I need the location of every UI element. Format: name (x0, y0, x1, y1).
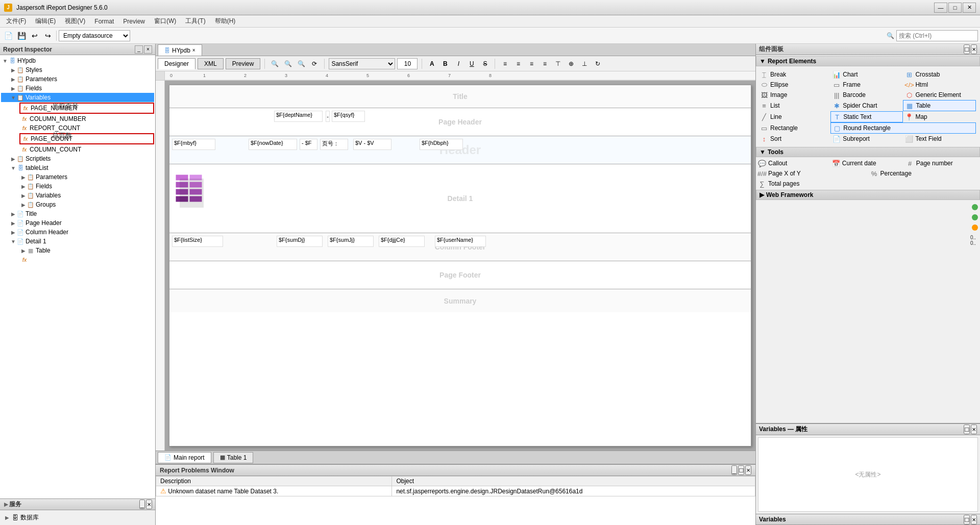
expand-column-header[interactable]: ▶ (10, 229, 16, 235)
tree-item-tl-vars[interactable]: ▶ 📋 Variables (19, 191, 154, 200)
tab-table1[interactable]: ▦ Table 1 (213, 452, 254, 463)
valign-bottom[interactable]: ⊥ (579, 58, 590, 69)
redo-button[interactable]: ↪ (42, 30, 54, 42)
element-text-field[interactable]: ⬜ Text Field (903, 134, 975, 144)
menu-tools[interactable]: 工具(T) (181, 16, 209, 27)
tool-page-xy[interactable]: #/# Page X of Y (756, 168, 868, 179)
expand-scriptlets[interactable]: ▶ (10, 156, 16, 162)
expand-params[interactable]: ▶ (10, 76, 16, 82)
doc-tab-close[interactable]: × (192, 47, 195, 53)
align-text-left[interactable]: ≡ (499, 58, 510, 69)
tree-item-hypdb[interactable]: ▼ 🗄 HYpdb (1, 56, 154, 65)
align-text-justify[interactable]: ≡ (539, 58, 550, 69)
panel-minimize[interactable]: _ (135, 45, 143, 54)
expand-tl-groups[interactable]: ▶ (20, 202, 27, 208)
rotate-btn[interactable]: ↻ (592, 58, 603, 69)
tree-item-column-count[interactable]: fx COLUMN_COUNT (19, 145, 154, 154)
element-crosstab[interactable]: ⊞ Crosstab (903, 69, 975, 80)
expand-tl-fields[interactable]: ▶ (20, 183, 27, 189)
element-html[interactable]: </> Html (903, 80, 975, 90)
element-spider[interactable]: ✱ Spider Chart (830, 100, 903, 111)
expand-page-header[interactable]: ▶ (10, 220, 16, 226)
save-button[interactable]: 💾 (15, 30, 28, 42)
tree-item-page-count[interactable]: fx PAGE_COUNT (19, 133, 154, 144)
field-sumdj[interactable]: $F{sumDj} (277, 236, 323, 247)
element-break[interactable]: ⌶ Break (758, 69, 830, 80)
zoom-out-btn[interactable]: 🔍 (282, 58, 293, 69)
menu-format[interactable]: Format (90, 17, 118, 26)
section-header-report-elements[interactable]: ▼ Report Elements (756, 56, 980, 66)
vars-close[interactable]: × (971, 515, 977, 524)
search-input[interactable] (896, 30, 978, 41)
tree-item-page-header[interactable]: ▶ 📄 Page Header (1, 218, 154, 228)
tree-item-title[interactable]: ▶ 📄 Title (1, 209, 154, 218)
align-text-center[interactable]: ≡ (512, 58, 524, 69)
expand-services[interactable]: ▶ (3, 502, 9, 508)
tree-item-fields[interactable]: ▶ 📋 Fields (1, 84, 154, 93)
element-chart[interactable]: 📊 Chart (830, 69, 903, 80)
close-button[interactable]: ✕ (963, 3, 976, 13)
tree-item-column-header[interactable]: ▶ 📄 Column Header (1, 228, 154, 237)
tool-callout[interactable]: 💬 Callout (756, 158, 830, 168)
tree-item-table[interactable]: ▶ ▦ Table (19, 246, 154, 255)
element-sort[interactable]: ↕ Sort (758, 134, 830, 144)
tool-percentage[interactable]: % Percentage (868, 168, 942, 179)
tab-designer[interactable]: Designer (158, 58, 195, 69)
element-image[interactable]: 🖼 Image (758, 90, 830, 100)
element-ellipse[interactable]: ⬭ Ellipse (758, 80, 830, 90)
field-hdbph[interactable]: $F{hDbph} (420, 139, 463, 150)
bold-btn[interactable]: B (439, 58, 451, 69)
element-rectangle[interactable]: ▭ Rectangle (758, 122, 830, 134)
zoom-in-btn[interactable]: 🔍 (296, 58, 307, 69)
expand-tl-vars[interactable]: ▶ (20, 192, 27, 198)
tab-main-report[interactable]: 📄 Main report (158, 452, 211, 463)
tree-item-tl-fields[interactable]: ▶ 📋 Fields (19, 182, 154, 191)
props-close[interactable]: × (971, 424, 977, 434)
tab-xml[interactable]: XML (198, 58, 224, 69)
services-minimize[interactable]: _ (139, 499, 145, 509)
right-panel-close[interactable]: × (971, 44, 977, 54)
expand-variables[interactable]: ▼ (10, 94, 16, 101)
new-button[interactable]: 📄 (2, 30, 14, 42)
tree-item-fx[interactable]: fx (19, 255, 154, 264)
maximize-button[interactable]: □ (948, 3, 962, 13)
tree-item-detail1[interactable]: ▼ 📄 Detail 1 (1, 237, 154, 246)
tool-total-pages[interactable]: ∑ Total pages (756, 179, 830, 189)
italic-btn[interactable]: I (453, 58, 464, 69)
element-round-rect[interactable]: ▢ Round Rectangle (830, 122, 975, 134)
database-item[interactable]: ▶ 🗄 数据库 (2, 512, 153, 523)
services-close[interactable]: × (146, 499, 152, 509)
element-generic[interactable]: ⬡ Generic Element (903, 90, 975, 100)
right-panel-float[interactable]: □ (964, 44, 970, 54)
field-mbyf[interactable]: $F{mbyf} (172, 139, 215, 150)
menu-window[interactable]: 窗口(W) (150, 16, 180, 27)
tab-preview[interactable]: Preview (226, 58, 261, 69)
tree-item-scriptlets[interactable]: ▶ 📋 Scriptlets (1, 154, 154, 163)
menu-view[interactable]: 视图(V) (61, 16, 89, 27)
field-djjjce[interactable]: $F{djjjCe} (379, 236, 425, 247)
element-barcode[interactable]: ||| Barcode (830, 90, 903, 100)
tree-item-tl-groups[interactable]: ▶ 📋 Groups (19, 200, 154, 209)
zoom-fit-btn[interactable]: 🔍 (269, 58, 280, 69)
field-qsyf[interactable]: $F{qsyf} (332, 111, 365, 122)
tool-page-number[interactable]: # Page number (904, 158, 978, 168)
problems-float[interactable]: □ (738, 465, 744, 475)
tree-item-page-number[interactable]: fx PAGE_NUMBER (19, 103, 154, 114)
expand-database[interactable]: ▶ (4, 515, 10, 521)
tree-item-column-number[interactable]: fx COLUMN_NUMBER (19, 114, 154, 123)
tree-item-tl-params[interactable]: ▶ 📋 Parameters (19, 172, 154, 182)
problems-close[interactable]: × (745, 465, 751, 475)
menu-file[interactable]: 文件(F) (2, 16, 30, 27)
tree-item-tablelist[interactable]: ▼ 🗄 tableList (1, 163, 154, 172)
expand-tl-params[interactable]: ▶ (20, 174, 27, 180)
element-list[interactable]: ≡ List (758, 100, 830, 111)
vars-float[interactable]: □ (964, 515, 970, 524)
valign-middle[interactable]: ⊕ (566, 58, 577, 69)
align-left-btn[interactable]: A (426, 58, 437, 69)
element-line[interactable]: ╱ Line (758, 111, 830, 122)
tree-item-parameters[interactable]: ▶ 📋 Parameters (1, 74, 154, 84)
tool-current-date[interactable]: 📅 Current date (830, 158, 904, 168)
element-static-text[interactable]: T Static Text (830, 111, 903, 122)
menu-edit[interactable]: 编辑(E) (31, 16, 60, 27)
minimize-button[interactable]: — (934, 3, 947, 13)
